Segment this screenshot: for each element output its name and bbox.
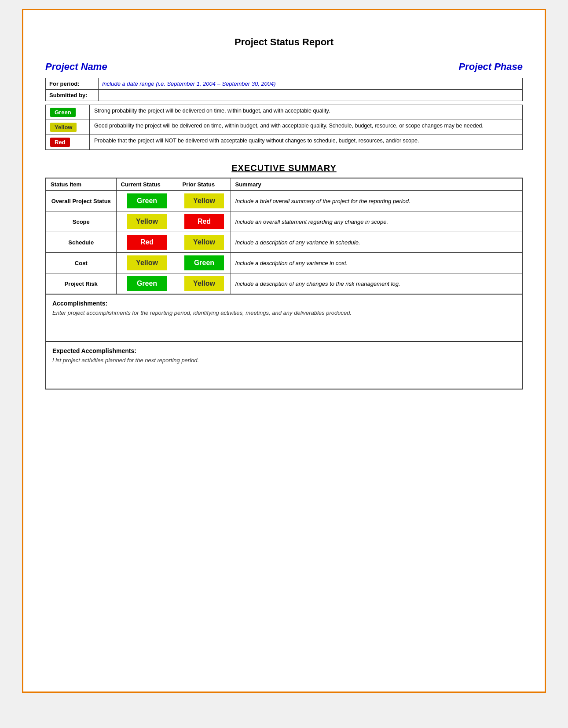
prior-status-badge: Red <box>184 214 224 229</box>
prior-status-cell: Green <box>178 253 231 273</box>
project-name: Project Name <box>45 61 107 73</box>
current-status-badge: Green <box>127 276 167 291</box>
current-status-badge: Yellow <box>127 255 167 270</box>
current-status-cell: Yellow <box>116 211 178 232</box>
current-status-cell: Green <box>116 191 178 211</box>
prior-status-badge: Green <box>184 255 224 270</box>
expected-title: Expected Accomplishments: <box>52 347 516 354</box>
submitted-by-label: Submitted by: <box>46 90 99 101</box>
summary-cell: Include a description of any variance in… <box>231 232 522 253</box>
exec-table-header: Status Item Current Status Prior Status … <box>46 178 522 191</box>
main-title: Project Status Report <box>45 36 523 48</box>
prior-status-cell: Yellow <box>178 273 231 295</box>
exec-table-row: Overall Project Status Green Yellow Incl… <box>46 191 522 211</box>
legend-table: Green Strong probability the project wil… <box>45 105 523 150</box>
summary-cell: Include a description of any changes to … <box>231 273 522 295</box>
current-status-badge: Yellow <box>127 214 167 229</box>
current-status-cell: Red <box>116 232 178 253</box>
summary-cell: Include a brief overall summary of the p… <box>231 191 522 211</box>
legend-desc-yellow: Good probability the project will be del… <box>90 120 523 135</box>
exec-table-row: Schedule Red Yellow Include a descriptio… <box>46 232 522 253</box>
exec-table: Status Item Current Status Prior Status … <box>45 178 523 295</box>
legend-row-green: Green Strong probability the project wil… <box>46 105 523 120</box>
submitted-by-value <box>99 90 523 101</box>
accomplishments-title: Accomplishments: <box>52 300 516 307</box>
current-status-badge: Green <box>127 193 167 208</box>
prior-status-cell: Yellow <box>178 232 231 253</box>
for-period-row: For period: Include a date range (i.e. S… <box>46 78 523 90</box>
summary-cell: Include a description of any variance in… <box>231 253 522 273</box>
col-status-item: Status Item <box>46 178 116 191</box>
legend-row-red: Red Probable that the project will NOT b… <box>46 135 523 150</box>
legend-badge-yellow: Yellow <box>46 120 90 135</box>
exec-table-row: Scope Yellow Red Include an overall stat… <box>46 211 522 232</box>
legend-desc-green: Strong probability the project will be d… <box>90 105 523 120</box>
exec-summary-title: EXECUTIVE SUMMARY <box>45 163 523 173</box>
legend-desc-red: Probable that the project will NOT be de… <box>90 135 523 150</box>
submitted-by-row: Submitted by: <box>46 90 523 101</box>
project-phase: Project Phase <box>458 61 523 73</box>
col-prior-status: Prior Status <box>178 178 231 191</box>
current-status-badge: Red <box>127 235 167 250</box>
project-header: Project Name Project Phase <box>45 61 523 73</box>
green-badge: Green <box>50 108 76 117</box>
status-item-cell: Cost <box>46 253 116 273</box>
red-badge: Red <box>50 138 70 147</box>
prior-status-cell: Yellow <box>178 191 231 211</box>
current-status-cell: Yellow <box>116 253 178 273</box>
status-item-cell: Schedule <box>46 232 116 253</box>
legend-badge-red: Red <box>46 135 90 150</box>
expected-text: List project activities planned for the … <box>52 357 516 383</box>
summary-cell: Include an overall statement regarding a… <box>231 211 522 232</box>
accomplishments-section: Accomplishments: Enter project accomplis… <box>45 295 523 342</box>
expected-section: Expected Accomplishments: List project a… <box>45 342 523 389</box>
info-table: For period: Include a date range (i.e. S… <box>45 78 523 101</box>
status-item-cell: Overall Project Status <box>46 191 116 211</box>
yellow-badge: Yellow <box>50 123 77 132</box>
legend-row-yellow: Yellow Good probability the project will… <box>46 120 523 135</box>
current-status-cell: Green <box>116 273 178 295</box>
exec-table-row: Cost Yellow Green Include a description … <box>46 253 522 273</box>
col-current-status: Current Status <box>116 178 178 191</box>
accomplishments-text: Enter project accomplishments for the re… <box>52 309 516 336</box>
for-period-value: Include a date range (i.e. September 1, … <box>99 78 523 90</box>
col-summary: Summary <box>231 178 522 191</box>
prior-status-badge: Yellow <box>184 235 224 250</box>
prior-status-badge: Yellow <box>184 276 224 291</box>
page-container: Project Status Report Project Name Proje… <box>22 9 546 693</box>
legend-badge-green: Green <box>46 105 90 120</box>
status-item-cell: Scope <box>46 211 116 232</box>
prior-status-badge: Yellow <box>184 193 224 208</box>
prior-status-cell: Red <box>178 211 231 232</box>
status-item-cell: Project Risk <box>46 273 116 295</box>
exec-table-row: Project Risk Green Yellow Include a desc… <box>46 273 522 295</box>
for-period-label: For period: <box>46 78 99 90</box>
